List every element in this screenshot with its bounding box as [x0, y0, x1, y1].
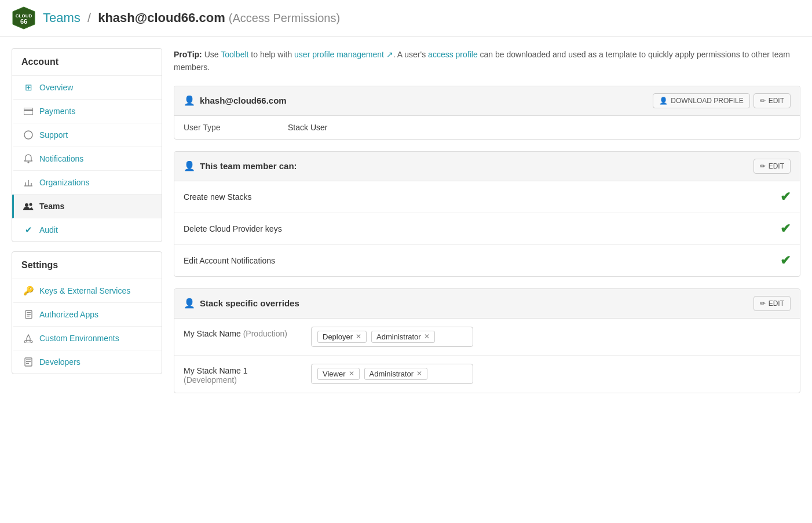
svg-text:66: 66: [20, 18, 27, 25]
override-user-icon: 👤: [184, 298, 195, 309]
edit-user-button[interactable]: ✏ EDIT: [754, 93, 791, 108]
overrides-card-title-left: 👤 Stack specific overrides: [184, 298, 299, 309]
sidebar-item-authorized-apps[interactable]: Authorized Apps: [12, 303, 162, 327]
remove-viewer-button[interactable]: ✕: [349, 370, 354, 378]
logo: CLOUD 66: [12, 6, 36, 30]
permissions-card-header: 👤 This team member can: ✏ EDIT: [174, 152, 800, 181]
audit-icon: ✔: [23, 225, 34, 235]
sidebar-item-label: Teams: [39, 202, 64, 211]
edit-permissions-button[interactable]: ✏ EDIT: [754, 159, 791, 174]
tag-label: Administrator: [376, 332, 421, 341]
remove-administrator-1-button[interactable]: ✕: [424, 332, 430, 341]
sidebar-item-keys[interactable]: 🔑 Keys & External Services: [12, 279, 162, 303]
sidebar-item-label: Authorized Apps: [39, 310, 98, 319]
custom-environments-icon: [23, 333, 34, 343]
sidebar-item-label: Keys & External Services: [39, 286, 130, 295]
svg-rect-11: [27, 314, 31, 315]
keys-icon: 🔑: [23, 286, 34, 296]
sidebar-item-organizations[interactable]: Organizations: [12, 171, 162, 195]
user-card: 👤 khash@cloud66.com 👤 DOWNLOAD PROFILE ✏…: [174, 86, 800, 140]
sidebar-item-label: Audit: [39, 225, 58, 235]
svg-point-13: [24, 341, 32, 343]
svg-point-7: [25, 203, 28, 207]
permissions-card-title-left: 👤 This team member can:: [184, 160, 297, 171]
stack-env-1: (Production): [243, 329, 287, 338]
access-profile-link[interactable]: access profile: [428, 50, 478, 59]
sidebar-item-overview[interactable]: ⊞ Overview: [12, 76, 162, 100]
stack-name-1: My Stack Name (Production): [184, 327, 299, 338]
svg-point-8: [30, 203, 32, 206]
toolbelt-link[interactable]: Toolbelt: [221, 50, 248, 59]
sidebar: Account ⊞ Overview Payments Support: [12, 48, 162, 405]
sidebar-item-label: Developers: [39, 357, 81, 367]
notifications-icon: [23, 153, 34, 164]
overrides-card-header: 👤 Stack specific overrides ✏ EDIT: [174, 289, 800, 319]
sidebar-item-label: Support: [39, 130, 68, 140]
sidebar-item-label: Notifications: [39, 154, 83, 163]
overrides-card-title: Stack specific overrides: [200, 298, 299, 308]
tag-administrator-2: Administrator ✕: [364, 368, 428, 380]
permissions-card: 👤 This team member can: ✏ EDIT Create ne…: [174, 151, 800, 277]
breadcrumb-user: khash@cloud66.com: [98, 10, 225, 25]
profile-mgmt-link[interactable]: user profile management ↗: [294, 50, 393, 59]
sidebar-item-support[interactable]: Support: [12, 123, 162, 147]
tag-label: Viewer: [323, 370, 346, 378]
pencil-icon: ✏: [760, 299, 766, 308]
overrides-card: 👤 Stack specific overrides ✏ EDIT My Sta…: [174, 288, 800, 393]
tag-administrator-1: Administrator ✕: [371, 331, 435, 343]
stack-tags-1: Deployer ✕ Administrator ✕: [311, 327, 473, 347]
sidebar-item-developers[interactable]: Developers: [12, 350, 162, 374]
tag-viewer: Viewer ✕: [317, 368, 360, 380]
user-card-header: 👤 khash@cloud66.com 👤 DOWNLOAD PROFILE ✏…: [174, 86, 800, 116]
breadcrumb-sub: (Access Permissions): [229, 12, 340, 24]
sidebar-item-label: Payments: [39, 107, 75, 116]
perm-row-delete-keys: Delete Cloud Provider keys ✔: [174, 213, 800, 245]
breadcrumb-teams-link[interactable]: Teams: [43, 10, 81, 25]
account-section-title: Account: [12, 49, 162, 76]
user-type-row: User Type Stack User: [174, 116, 800, 139]
layout: Account ⊞ Overview Payments Support: [0, 36, 812, 416]
stack-name-2: My Stack Name 1 (Development): [184, 364, 299, 385]
tag-label: Administrator: [370, 370, 414, 378]
remove-administrator-2-button[interactable]: ✕: [416, 370, 422, 378]
main-content: ProTip: Use Toolbelt to help with user p…: [174, 48, 800, 405]
download-profile-button[interactable]: 👤 DOWNLOAD PROFILE: [653, 93, 749, 108]
overview-icon: ⊞: [23, 82, 34, 93]
perm-row-create-stacks: Create new Stacks ✔: [174, 181, 800, 213]
sidebar-item-audit[interactable]: ✔ Audit: [12, 218, 162, 242]
perm-label: Delete Cloud Provider keys: [184, 224, 780, 233]
permissions-card-title: This team member can:: [200, 161, 297, 171]
sidebar-item-label: Organizations: [39, 178, 89, 187]
pencil-icon: ✏: [760, 162, 766, 170]
settings-section-title: Settings: [12, 252, 162, 279]
svg-rect-12: [27, 316, 30, 317]
authorized-apps-icon: [23, 309, 34, 320]
perm-label: Edit Account Notifications: [184, 256, 780, 265]
tag-label: Deployer: [323, 332, 353, 341]
developers-icon: [23, 357, 34, 367]
download-icon: 👤: [659, 97, 668, 105]
check-icon: ✔: [780, 253, 791, 268]
edit-overrides-button[interactable]: ✏ EDIT: [754, 296, 791, 311]
pencil-icon: ✏: [760, 97, 766, 105]
svg-rect-4: [24, 109, 33, 111]
user-card-actions: 👤 DOWNLOAD PROFILE ✏ EDIT: [653, 93, 791, 108]
account-section: Account ⊞ Overview Payments Support: [12, 48, 162, 242]
stack-env-2: (Development): [184, 375, 237, 385]
sidebar-item-payments[interactable]: Payments: [12, 100, 162, 123]
remove-deployer-button[interactable]: ✕: [356, 332, 361, 341]
sidebar-item-notifications[interactable]: Notifications: [12, 147, 162, 171]
sidebar-item-custom-environments[interactable]: Custom Environments: [12, 327, 162, 350]
user-email: khash@cloud66.com: [200, 96, 287, 105]
svg-point-6: [28, 162, 30, 163]
perm-row-edit-notifications: Edit Account Notifications ✔: [174, 245, 800, 276]
teams-icon: [23, 201, 34, 211]
header: CLOUD 66 Teams / khash@cloud66.com (Acce…: [0, 0, 812, 36]
permission-user-icon: 👤: [184, 160, 195, 171]
tag-deployer: Deployer ✕: [317, 331, 367, 343]
user-type-label: User Type: [184, 123, 288, 132]
sidebar-item-teams[interactable]: Teams: [12, 195, 162, 218]
protip: ProTip: Use Toolbelt to help with user p…: [174, 48, 800, 74]
sidebar-item-label: Overview: [39, 83, 73, 92]
support-icon: [23, 130, 34, 140]
